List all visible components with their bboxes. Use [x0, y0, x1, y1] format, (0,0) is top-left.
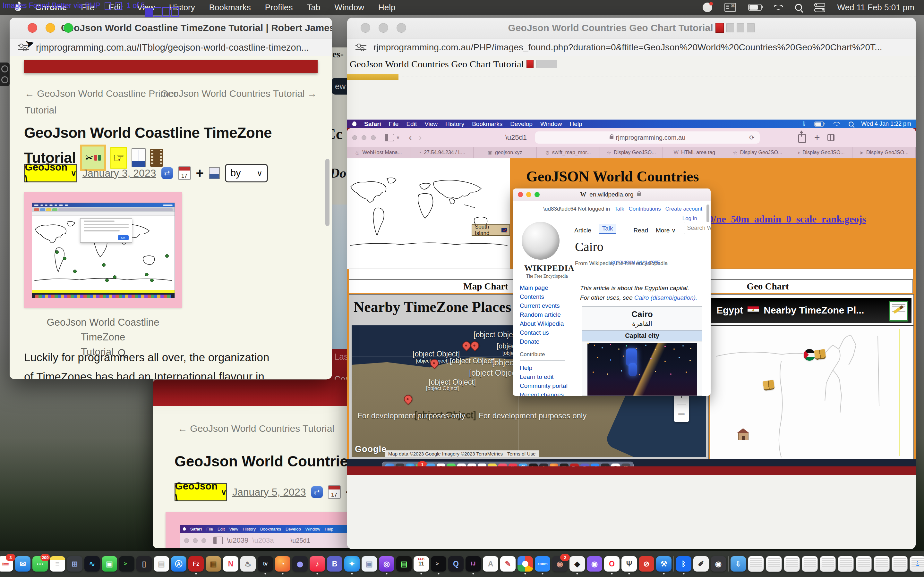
wiki-sidebar-link[interactable]: Donate — [520, 337, 564, 346]
dock-icon[interactable]: ⊘ — [639, 556, 654, 572]
dock-icon[interactable] — [856, 556, 872, 572]
dock-icon[interactable] — [820, 556, 836, 572]
wiki-sidebar-link[interactable]: Community portal — [520, 382, 567, 390]
book-marker[interactable] — [762, 380, 775, 391]
menu-item[interactable]: Help — [378, 3, 395, 13]
left-urlbar[interactable]: rjmprogramming.com.au/ITblog/geojson-wor… — [10, 39, 332, 57]
dock-icon[interactable]: ▤ — [396, 556, 412, 572]
dock-icon[interactable]: ≔3 — [0, 556, 13, 572]
keyboard-icon[interactable] — [724, 3, 736, 12]
wiki-login-link[interactable]: Log in — [682, 215, 697, 222]
zoom-button[interactable] — [535, 192, 540, 197]
date-link[interactable]: January 3, 2023 — [82, 167, 156, 179]
dock-icon[interactable]: tv — [258, 556, 273, 572]
menu-item[interactable]: Tab — [307, 3, 320, 13]
wiki-sidebar-link[interactable]: Random article — [520, 310, 564, 319]
book-icon-small[interactable] — [209, 167, 220, 179]
wiki-sidebar-link[interactable]: Current events — [520, 301, 564, 310]
shuffle-icon[interactable]: ⇄ — [162, 167, 173, 179]
right-titlebar[interactable]: GeoJson World Countries Geo Chart Tutori… — [347, 18, 916, 39]
close-button[interactable] — [518, 192, 523, 197]
dock-icon[interactable]: ▦ — [206, 556, 221, 572]
dock-icon[interactable]: ◍ — [292, 556, 308, 572]
palestine-flag-marker[interactable] — [804, 349, 815, 361]
dock-icon[interactable]: ✐ — [693, 556, 709, 572]
dock-icon[interactable] — [874, 556, 890, 572]
dock-icon[interactable]: ◉ — [587, 556, 602, 572]
dock-icon[interactable]: ◉ — [711, 556, 726, 572]
tab-talk[interactable]: Talk — [599, 224, 616, 234]
post-figure[interactable]: OK — [24, 192, 182, 308]
dock-icon[interactable]: Q — [448, 556, 464, 572]
tab-more[interactable]: More ∨ — [656, 227, 676, 234]
date-link[interactable]: January 5, 2023 — [232, 486, 306, 498]
minimize-button[interactable] — [379, 23, 388, 33]
dock-icon[interactable]: ♪ — [310, 556, 325, 572]
memo-icon[interactable] — [889, 301, 908, 322]
dock-icon[interactable]: Ⓐ — [171, 556, 186, 572]
calendar-icon[interactable]: 17 — [178, 166, 191, 180]
dock-icon[interactable]: ▣ — [102, 556, 117, 572]
category-select[interactable]: GeoJson \∨ — [24, 164, 78, 182]
dock-icon[interactable]: FEB11 — [414, 556, 429, 572]
dock-icon[interactable]: A — [483, 556, 498, 572]
shuffle-icon[interactable]: ⇄ — [311, 486, 323, 498]
wifi-icon[interactable] — [774, 5, 783, 10]
dock-icon[interactable]: ≡ — [50, 556, 65, 572]
book-marker[interactable] — [814, 349, 826, 360]
dock-icon[interactable]: ◎ — [379, 556, 394, 572]
tune-icon[interactable] — [355, 43, 367, 52]
terms-link[interactable]: Terms of Use — [507, 451, 535, 456]
dock-icon[interactable] — [784, 556, 800, 572]
dock-icon[interactable]: ⋯209 — [32, 556, 48, 572]
disambiguation-link[interactable]: Cairo (disambiguation). — [634, 294, 697, 301]
wiki-search-input[interactable]: Search Wik — [684, 222, 711, 234]
nav-next-link[interactable]: GeoJson World Countries Tutorial → — [160, 88, 317, 99]
dock-icon[interactable]: ⊞ — [67, 556, 82, 572]
dock-icon[interactable]: ▤ — [153, 556, 169, 572]
zoom-out-button[interactable]: − — [678, 407, 685, 421]
zoom-button[interactable] — [397, 23, 406, 33]
right-urlbar[interactable]: rjmprogramming.com.au/PHP/images_found.p… — [347, 39, 916, 57]
control-center-icon[interactable] — [814, 3, 825, 12]
nav-prev-link-2[interactable]: Tutorial — [25, 105, 57, 116]
nav-link[interactable]: ← GeoJson World Countries Tutorial — [178, 423, 334, 434]
menu-item[interactable]: Profiles — [265, 3, 293, 13]
dock-icon[interactable]: >_ — [119, 556, 134, 572]
wiki-sidebar-link[interactable]: Contact us — [520, 328, 564, 337]
close-button[interactable] — [27, 23, 37, 33]
dock-icon[interactable]: ∿ — [84, 556, 100, 572]
wiki-create-account-link[interactable]: Create account — [666, 206, 702, 212]
dock-icon[interactable]: ✉ — [15, 556, 31, 572]
dock-icon[interactable]: IJ — [465, 556, 481, 572]
dock-icon[interactable]: ᛒ — [676, 556, 691, 572]
left-scrollbar[interactable] — [325, 159, 330, 226]
wiki-talk-link[interactable]: Talk — [614, 206, 624, 212]
wiki-contributions-link[interactable]: Contributions — [629, 206, 661, 212]
dock-icon[interactable] — [517, 556, 533, 572]
menu-item[interactable]: Bookmarks — [209, 3, 251, 13]
menu-item[interactable]: Window — [334, 3, 364, 13]
dock-icon[interactable] — [748, 556, 764, 572]
dock-icon[interactable] — [728, 556, 729, 572]
dock-icon[interactable]: ✦ — [344, 556, 360, 572]
zoom-button[interactable] — [63, 23, 73, 33]
close-button[interactable] — [360, 23, 370, 33]
dock-icon[interactable]: zoom — [535, 556, 550, 572]
wiki-sidebar-link[interactable]: Learn to edit — [520, 372, 567, 382]
wiki-sidebar-link[interactable]: Main page — [520, 284, 564, 292]
dock-icon[interactable] — [838, 556, 854, 572]
url-text[interactable]: rjmprogramming.com.au/ITblog/geojson-wor… — [36, 42, 309, 53]
wiki-scrollbar[interactable] — [706, 205, 709, 222]
dock-icon[interactable] — [802, 556, 818, 572]
house-marker[interactable] — [738, 432, 748, 440]
dock-icon[interactable]: ◉2 — [552, 556, 567, 572]
calendar-icon[interactable]: 17 — [328, 485, 341, 499]
dock-icon[interactable]: ◆ — [569, 556, 585, 572]
google-logo[interactable]: Google — [355, 444, 387, 454]
wiki-sidebar-link[interactable]: Help — [520, 364, 567, 372]
dock-icon[interactable] — [674, 556, 674, 572]
tab-read[interactable]: Read — [634, 227, 648, 234]
dock-icon[interactable]: ▯ — [136, 556, 152, 572]
wiki-coordinates[interactable]: 30°2′40″N 31°14′9″E — [611, 259, 661, 266]
